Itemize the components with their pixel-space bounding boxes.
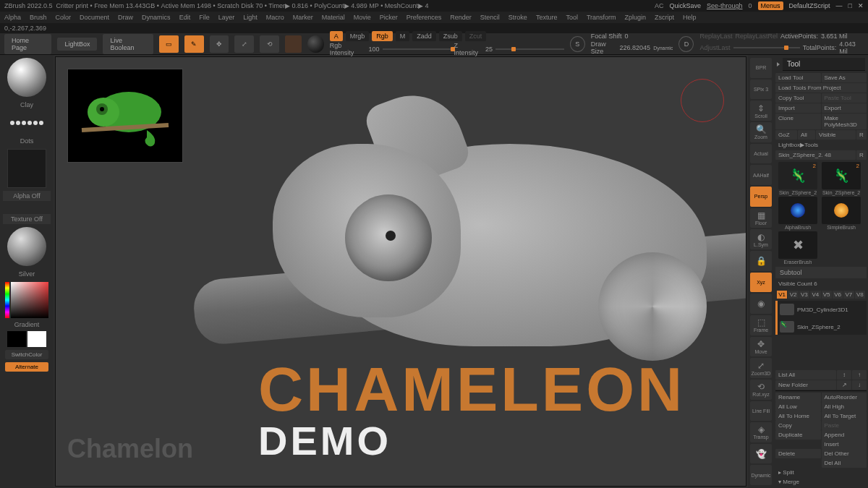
texture-off-button[interactable]: Texture Off <box>3 214 51 224</box>
menu-draw[interactable]: Draw <box>118 14 133 21</box>
alternate-button[interactable]: Alternate <box>5 362 48 372</box>
menu-transform[interactable]: Transform <box>587 14 616 21</box>
menu-help[interactable]: Help <box>683 14 697 21</box>
menu-color[interactable]: Color <box>56 14 72 21</box>
ghost-button[interactable]: 👻 <box>750 444 772 464</box>
menu-picker[interactable]: Picker <box>380 14 398 21</box>
z-intensity-slider[interactable] <box>495 48 564 50</box>
rotate-view-button[interactable]: ⟲Rot.xyz <box>750 380 772 400</box>
del-all-button[interactable]: Del All <box>822 458 867 468</box>
menu-render[interactable]: Render <box>450 14 472 21</box>
live-boolean-button[interactable]: Live Boolean <box>103 34 153 54</box>
a-mode[interactable]: A <box>330 31 343 41</box>
all-to-home-button[interactable]: All To Home <box>775 411 821 421</box>
replay-last-rel-button[interactable]: ReplayLastRel <box>736 33 778 40</box>
up-icon[interactable]: ↕ <box>837 370 851 380</box>
goz-visible-button[interactable]: Visible <box>816 130 856 140</box>
adjust-last-button[interactable]: AdjustLast <box>699 44 730 51</box>
menu-document[interactable]: Document <box>80 14 109 21</box>
rgb-mode[interactable]: Rgb <box>372 31 393 41</box>
arrow-up-icon[interactable]: ↗ <box>837 380 851 390</box>
arrow-down-icon[interactable]: ↓ <box>852 380 867 390</box>
merge-section[interactable]: ▾ Merge <box>775 477 867 487</box>
del-other-button[interactable]: Del Other <box>822 449 867 458</box>
home-page-button[interactable]: Home Page <box>4 34 51 54</box>
copy-subtool-button[interactable]: Copy <box>775 421 821 430</box>
menus-button[interactable]: Menus <box>758 1 783 10</box>
menu-movie[interactable]: Movie <box>354 14 371 21</box>
rgb-intensity-value[interactable]: 100 <box>369 46 380 53</box>
tool-item[interactable]: ✖EraserBrush <box>777 231 819 265</box>
menu-texture[interactable]: Texture <box>536 14 558 21</box>
list-all-button[interactable]: List All <box>775 370 836 380</box>
tool-item[interactable]: 🦎2Skin_ZSphere_2 <box>820 162 862 195</box>
import-button[interactable]: Import <box>775 103 821 113</box>
tool-header[interactable]: Tool <box>783 58 865 71</box>
persp-button[interactable]: Persp <box>750 187 772 207</box>
vis-tab-8[interactable]: V8 <box>855 291 865 299</box>
lsym-button[interactable]: ◐L.Sym <box>750 229 772 249</box>
vis-tab-4[interactable]: V4 <box>810 291 820 299</box>
goz-all-button[interactable]: All <box>798 130 815 140</box>
mrgb-mode[interactable]: Mrgb <box>346 31 370 41</box>
save-as-button[interactable]: Save As <box>822 73 867 82</box>
quicksave-button[interactable]: QuickSave <box>669 2 701 9</box>
zcut-mode[interactable]: Zcut <box>465 31 487 41</box>
dynamic-label[interactable]: Dynamic <box>653 46 673 51</box>
duplicate-button[interactable]: Duplicate <box>775 430 821 440</box>
move-mode-button[interactable]: ✥ <box>210 35 229 53</box>
spix-button[interactable]: SPix 3 <box>750 80 772 100</box>
floor-button[interactable]: ▦Floor <box>750 208 772 228</box>
menu-file[interactable]: File <box>199 14 210 21</box>
vis-tab-7[interactable]: V7 <box>843 291 854 299</box>
m-mode[interactable]: M <box>396 31 410 41</box>
make-polymesh-button[interactable]: Make PolyMesh3D <box>822 114 867 129</box>
rgb-intensity-slider[interactable] <box>383 48 451 50</box>
bpr-button[interactable]: BPR <box>750 58 772 78</box>
new-folder-button[interactable]: New Folder <box>775 380 836 390</box>
insert-button[interactable]: Insert <box>822 440 867 449</box>
vis-tab-6[interactable]: V6 <box>833 291 843 299</box>
secondary-color-swatch[interactable] <box>27 331 46 347</box>
subtool-item[interactable]: PM3D_Cylinder3D1 <box>775 301 867 318</box>
zadd-mode[interactable]: Zadd <box>412 31 436 41</box>
rotate-mode-button[interactable]: ⟲ <box>260 35 279 53</box>
window-min-icon[interactable]: — <box>836 2 843 9</box>
hue-strip[interactable] <box>5 282 9 318</box>
linefill-button[interactable]: Line Fill <box>750 401 772 421</box>
lightbox-button[interactable]: LightBox <box>57 38 97 51</box>
export-button[interactable]: Export <box>822 103 867 113</box>
load-tools-project-button[interactable]: Load Tools From Project <box>775 83 867 93</box>
material-swatch[interactable] <box>285 35 302 53</box>
reference-image[interactable] <box>67 69 183 163</box>
draw-mode-button[interactable]: ✎ <box>184 35 204 53</box>
main-color-swatch[interactable] <box>7 331 26 347</box>
subtool-header[interactable]: Subtool <box>775 267 867 278</box>
menu-marker[interactable]: Marker <box>293 14 313 21</box>
menu-dynamics[interactable]: Dynamics <box>142 14 171 21</box>
dynamic-button[interactable]: Dynamic <box>750 465 772 485</box>
all-low-button[interactable]: All Low <box>775 402 821 411</box>
alpha-preview[interactable] <box>7 149 46 188</box>
r-button[interactable]: R <box>856 150 867 160</box>
subtool-item[interactable]: 🦎Skin_ZSphere_2 <box>775 318 867 335</box>
copy-tool-button[interactable]: Copy Tool <box>775 93 821 103</box>
color-picker[interactable] <box>5 282 48 318</box>
menu-material[interactable]: Material <box>322 14 345 21</box>
tool-item[interactable]: AlphaBrush <box>777 197 819 230</box>
menu-zscript[interactable]: Zscript <box>655 14 674 21</box>
stroke-preview-icon[interactable] <box>7 113 46 133</box>
edit-mode-button[interactable]: ▭ <box>159 35 179 53</box>
switch-color-button[interactable]: SwitchColor <box>5 350 48 359</box>
all-to-target-button[interactable]: All To Target <box>822 411 867 421</box>
sv-box[interactable] <box>11 282 48 318</box>
clone-button[interactable]: Clone <box>775 114 821 129</box>
transp-button[interactable]: ◈Transp <box>750 422 772 442</box>
paste-subtool-button[interactable]: Paste <box>822 421 867 430</box>
vis-tab-2[interactable]: V2 <box>788 291 798 299</box>
replay-slider[interactable] <box>733 47 800 48</box>
brush-preview-icon[interactable] <box>7 58 46 97</box>
xyz-button[interactable]: Xyz <box>750 273 772 293</box>
rename-button[interactable]: Rename <box>775 393 821 402</box>
gradient-label[interactable]: Gradient <box>14 321 40 328</box>
